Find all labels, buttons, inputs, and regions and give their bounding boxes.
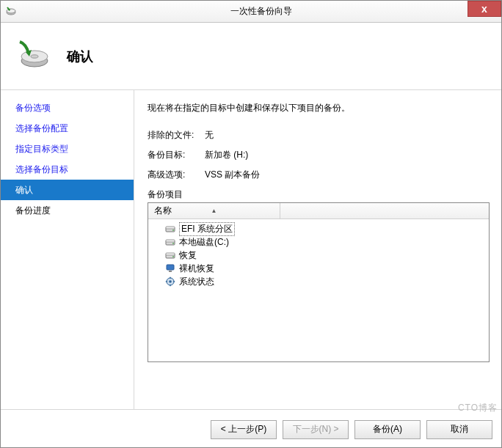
app-icon: [1, 6, 21, 18]
svg-rect-6: [166, 227, 175, 229]
svg-rect-14: [167, 265, 174, 270]
main-panel: 现在将在指定的目标中创建和保存以下项目的备份。 排除的文件: 无 备份目标: 新…: [134, 90, 501, 409]
advanced-value: VSS 副本备份: [205, 169, 260, 181]
svg-rect-15: [169, 271, 172, 272]
header-band: 确认: [1, 23, 501, 90]
sidebar-item-confirm[interactable]: 确认: [1, 180, 134, 200]
sidebar-item-progress: 备份进度: [1, 200, 134, 221]
drive-icon: [164, 251, 176, 260]
list-item-label: 系统状态: [179, 276, 214, 288]
svg-rect-12: [166, 253, 175, 255]
pc-icon: [164, 263, 176, 273]
wizard-header-icon: [15, 39, 51, 74]
excluded-label: 排除的文件:: [148, 129, 205, 142]
wizard-footer: < 上一步(P) 下一步(N) > 备份(A) 取消: [1, 409, 501, 448]
list-item[interactable]: 恢复: [164, 249, 489, 262]
titlebar: 一次性备份向导 x: [1, 1, 501, 23]
intro-text: 现在将在指定的目标中创建和保存以下项目的备份。: [148, 102, 490, 114]
sidebar-item-target-type[interactable]: 指定目标类型: [1, 139, 134, 159]
list-item-label: 本地磁盘(C:): [179, 236, 229, 249]
svg-point-17: [169, 280, 172, 283]
list-item-label: 裸机恢复: [179, 262, 214, 275]
column-header-blank[interactable]: [280, 203, 489, 219]
close-button[interactable]: x: [468, 1, 501, 17]
svg-rect-9: [166, 240, 175, 242]
list-item[interactable]: 系统状态: [164, 275, 489, 288]
advanced-label: 高级选项:: [148, 169, 205, 181]
list-item-label: 恢复: [179, 249, 197, 262]
target-value: 新加卷 (H:): [205, 149, 248, 161]
list-item[interactable]: 本地磁盘(C:): [164, 235, 489, 249]
page-title: 确认: [67, 48, 93, 65]
watermark-text: CTO博客: [458, 402, 498, 414]
sort-indicator-icon: ▲: [211, 208, 217, 214]
wizard-steps-sidebar: 备份选项 选择备份配置 指定目标类型 选择备份目标 确认 备份进度: [1, 90, 134, 409]
svg-point-1: [7, 9, 15, 13]
list-item[interactable]: 裸机恢复: [164, 262, 489, 275]
items-label: 备份项目: [148, 188, 490, 201]
list-header[interactable]: 名称 ▲: [148, 203, 489, 219]
target-label: 备份目标:: [148, 149, 205, 161]
list-item-label: EFI 系统分区: [179, 222, 235, 236]
next-button: 下一步(N) >: [283, 420, 349, 439]
cancel-button[interactable]: 取消: [426, 420, 492, 439]
window-title: 一次性备份向导: [21, 5, 501, 18]
excluded-value: 无: [205, 129, 214, 142]
list-item[interactable]: EFI 系统分区: [164, 222, 489, 235]
gear-icon: [164, 276, 176, 287]
drive-icon: [164, 224, 176, 233]
svg-point-10: [172, 243, 174, 244]
svg-point-13: [172, 256, 174, 257]
sidebar-item-backup-options[interactable]: 备份选项: [1, 98, 134, 118]
backup-items-list[interactable]: 名称 ▲ EFI 系统分区 本地磁盘(C:) 恢复: [148, 202, 490, 362]
svg-point-4: [31, 54, 38, 57]
backup-button[interactable]: 备份(A): [354, 420, 421, 439]
sidebar-item-select-config[interactable]: 选择备份配置: [1, 118, 134, 139]
column-header-name[interactable]: 名称 ▲: [148, 203, 280, 219]
svg-point-7: [172, 229, 174, 231]
drive-icon: [164, 238, 176, 246]
previous-button[interactable]: < 上一步(P): [211, 420, 277, 439]
sidebar-item-select-target[interactable]: 选择备份目标: [1, 159, 134, 180]
